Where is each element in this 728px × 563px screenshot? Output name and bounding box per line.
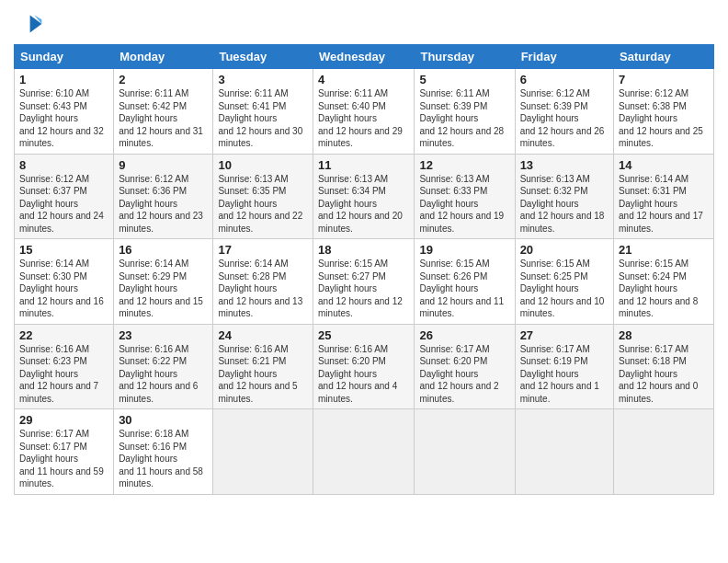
- calendar-day-cell: [614, 409, 714, 495]
- calendar-day-cell: 1 Sunrise: 6:10 AMSunset: 6:43 PMDayligh…: [15, 69, 114, 155]
- day-info: Sunrise: 6:12 AMSunset: 6:39 PMDaylight …: [520, 88, 605, 148]
- day-info: Sunrise: 6:13 AMSunset: 6:32 PMDaylight …: [520, 174, 605, 234]
- day-info: Sunrise: 6:11 AMSunset: 6:42 PMDaylight …: [119, 88, 203, 148]
- calendar-day-cell: 26 Sunrise: 6:17 AMSunset: 6:20 PMDaylig…: [415, 324, 515, 409]
- day-number: 11: [318, 158, 409, 172]
- calendar-week-row: 15 Sunrise: 6:14 AMSunset: 6:30 PMDaylig…: [15, 239, 714, 325]
- calendar-day-cell: 10 Sunrise: 6:13 AMSunset: 6:35 PMDaylig…: [213, 154, 313, 239]
- calendar-day-cell: 18 Sunrise: 6:15 AMSunset: 6:27 PMDaylig…: [313, 239, 415, 325]
- calendar-week-row: 1 Sunrise: 6:10 AMSunset: 6:43 PMDayligh…: [15, 69, 714, 155]
- calendar-day-cell: 14 Sunrise: 6:14 AMSunset: 6:31 PMDaylig…: [614, 154, 714, 239]
- day-info: Sunrise: 6:15 AMSunset: 6:24 PMDaylight …: [619, 259, 698, 318]
- calendar-day-cell: [515, 409, 613, 495]
- logo: [14, 9, 47, 39]
- calendar-day-cell: 17 Sunrise: 6:14 AMSunset: 6:28 PMDaylig…: [213, 239, 313, 325]
- day-info: Sunrise: 6:10 AMSunset: 6:43 PMDaylight …: [19, 88, 104, 148]
- day-info: Sunrise: 6:14 AMSunset: 6:28 PMDaylight …: [218, 259, 302, 318]
- calendar-day-cell: 7 Sunrise: 6:12 AMSunset: 6:38 PMDayligh…: [614, 69, 714, 155]
- day-number: 6: [520, 73, 609, 86]
- day-info: Sunrise: 6:15 AMSunset: 6:27 PMDaylight …: [318, 259, 403, 318]
- calendar-day-cell: 24 Sunrise: 6:16 AMSunset: 6:21 PMDaylig…: [213, 324, 313, 409]
- calendar-day-cell: 3 Sunrise: 6:11 AMSunset: 6:41 PMDayligh…: [213, 69, 313, 155]
- day-info: Sunrise: 6:17 AMSunset: 6:20 PMDaylight …: [419, 344, 498, 404]
- day-info: Sunrise: 6:16 AMSunset: 6:22 PMDaylight …: [119, 344, 198, 404]
- day-number: 25: [318, 328, 409, 342]
- day-number: 26: [419, 328, 509, 342]
- day-info: Sunrise: 6:13 AMSunset: 6:35 PMDaylight …: [218, 174, 302, 234]
- calendar-day-cell: [213, 409, 313, 495]
- calendar-week-row: 8 Sunrise: 6:12 AMSunset: 6:37 PMDayligh…: [15, 154, 714, 239]
- day-info: Sunrise: 6:13 AMSunset: 6:33 PMDaylight …: [419, 174, 504, 234]
- day-info: Sunrise: 6:16 AMSunset: 6:21 PMDaylight …: [218, 344, 297, 404]
- day-info: Sunrise: 6:14 AMSunset: 6:29 PMDaylight …: [119, 259, 203, 318]
- day-info: Sunrise: 6:16 AMSunset: 6:23 PMDaylight …: [19, 344, 98, 404]
- day-info: Sunrise: 6:17 AMSunset: 6:17 PMDaylight …: [19, 429, 104, 488]
- day-info: Sunrise: 6:14 AMSunset: 6:30 PMDaylight …: [19, 259, 104, 318]
- calendar-day-cell: 11 Sunrise: 6:13 AMSunset: 6:34 PMDaylig…: [313, 154, 415, 239]
- day-number: 12: [419, 158, 509, 172]
- day-number: 2: [119, 73, 208, 86]
- svg-marker-0: [30, 15, 42, 32]
- calendar-day-cell: 29 Sunrise: 6:17 AMSunset: 6:17 PMDaylig…: [15, 409, 114, 495]
- calendar-day-cell: 9 Sunrise: 6:12 AMSunset: 6:36 PMDayligh…: [114, 154, 213, 239]
- day-number: 4: [318, 73, 409, 86]
- calendar-day-cell: 15 Sunrise: 6:14 AMSunset: 6:30 PMDaylig…: [15, 239, 114, 325]
- day-info: Sunrise: 6:11 AMSunset: 6:41 PMDaylight …: [218, 88, 302, 148]
- day-number: 15: [19, 243, 108, 257]
- day-info: Sunrise: 6:11 AMSunset: 6:39 PMDaylight …: [419, 88, 504, 148]
- day-number: 13: [520, 158, 609, 172]
- calendar-day-cell: 25 Sunrise: 6:16 AMSunset: 6:20 PMDaylig…: [313, 324, 415, 409]
- calendar-day-cell: 19 Sunrise: 6:15 AMSunset: 6:26 PMDaylig…: [415, 239, 515, 325]
- calendar-day-cell: 13 Sunrise: 6:13 AMSunset: 6:32 PMDaylig…: [515, 154, 613, 239]
- day-number: 18: [318, 243, 409, 257]
- logo-icon: [14, 9, 43, 39]
- weekday-header-cell: Wednesday: [313, 45, 415, 69]
- day-info: Sunrise: 6:17 AMSunset: 6:18 PMDaylight …: [619, 344, 698, 404]
- day-info: Sunrise: 6:15 AMSunset: 6:25 PMDaylight …: [520, 259, 605, 318]
- day-number: 21: [619, 243, 709, 257]
- day-number: 1: [19, 73, 108, 86]
- calendar-table: SundayMondayTuesdayWednesdayThursdayFrid…: [14, 44, 714, 495]
- calendar-day-cell: [313, 409, 415, 495]
- weekday-header-cell: Monday: [114, 45, 213, 69]
- calendar-day-cell: 30 Sunrise: 6:18 AMSunset: 6:16 PMDaylig…: [114, 409, 213, 495]
- calendar-day-cell: 23 Sunrise: 6:16 AMSunset: 6:22 PMDaylig…: [114, 324, 213, 409]
- weekday-header-cell: Friday: [515, 45, 613, 69]
- day-info: Sunrise: 6:16 AMSunset: 6:20 PMDaylight …: [318, 344, 397, 404]
- day-number: 19: [419, 243, 509, 257]
- day-info: Sunrise: 6:15 AMSunset: 6:26 PMDaylight …: [419, 259, 504, 318]
- calendar-day-cell: 22 Sunrise: 6:16 AMSunset: 6:23 PMDaylig…: [15, 324, 114, 409]
- day-info: Sunrise: 6:11 AMSunset: 6:40 PMDaylight …: [318, 88, 403, 148]
- day-number: 3: [218, 73, 308, 86]
- calendar-day-cell: 12 Sunrise: 6:13 AMSunset: 6:33 PMDaylig…: [415, 154, 515, 239]
- calendar-day-cell: 5 Sunrise: 6:11 AMSunset: 6:39 PMDayligh…: [415, 69, 515, 155]
- calendar-day-cell: 27 Sunrise: 6:17 AMSunset: 6:19 PMDaylig…: [515, 324, 613, 409]
- weekday-header-row: SundayMondayTuesdayWednesdayThursdayFrid…: [15, 45, 714, 69]
- header: [14, 9, 714, 39]
- day-number: 30: [119, 413, 208, 427]
- day-number: 27: [520, 328, 609, 342]
- calendar-week-row: 29 Sunrise: 6:17 AMSunset: 6:17 PMDaylig…: [15, 409, 714, 495]
- day-number: 17: [218, 243, 308, 257]
- weekday-header-cell: Tuesday: [213, 45, 313, 69]
- day-info: Sunrise: 6:12 AMSunset: 6:38 PMDaylight …: [619, 88, 703, 148]
- day-number: 10: [218, 158, 308, 172]
- calendar-week-row: 22 Sunrise: 6:16 AMSunset: 6:23 PMDaylig…: [15, 324, 714, 409]
- day-info: Sunrise: 6:18 AMSunset: 6:16 PMDaylight …: [119, 429, 203, 488]
- page-container: SundayMondayTuesdayWednesdayThursdayFrid…: [0, 0, 728, 504]
- weekday-header-cell: Thursday: [415, 45, 515, 69]
- day-number: 8: [19, 158, 108, 172]
- calendar-day-cell: 4 Sunrise: 6:11 AMSunset: 6:40 PMDayligh…: [313, 69, 415, 155]
- calendar-body: 1 Sunrise: 6:10 AMSunset: 6:43 PMDayligh…: [15, 69, 714, 495]
- calendar-day-cell: 21 Sunrise: 6:15 AMSunset: 6:24 PMDaylig…: [614, 239, 714, 325]
- day-info: Sunrise: 6:12 AMSunset: 6:36 PMDaylight …: [119, 174, 203, 234]
- weekday-header-cell: Saturday: [614, 45, 714, 69]
- day-number: 7: [619, 73, 709, 86]
- day-number: 23: [119, 328, 208, 342]
- day-info: Sunrise: 6:13 AMSunset: 6:34 PMDaylight …: [318, 174, 403, 234]
- calendar-day-cell: 8 Sunrise: 6:12 AMSunset: 6:37 PMDayligh…: [15, 154, 114, 239]
- day-info: Sunrise: 6:14 AMSunset: 6:31 PMDaylight …: [619, 174, 703, 234]
- day-number: 16: [119, 243, 208, 257]
- day-number: 29: [19, 413, 108, 427]
- calendar-day-cell: 20 Sunrise: 6:15 AMSunset: 6:25 PMDaylig…: [515, 239, 613, 325]
